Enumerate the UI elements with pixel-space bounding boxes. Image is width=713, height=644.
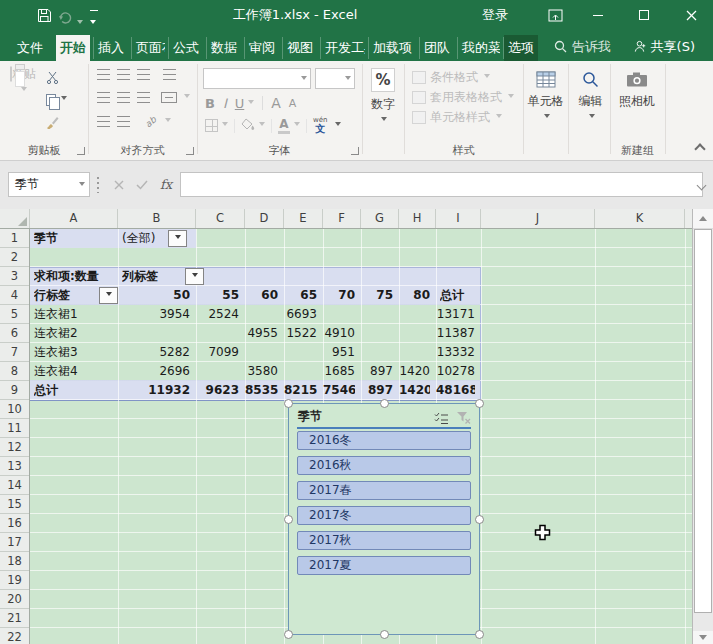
row-header-21[interactable]: 21 (0, 609, 29, 628)
formula-bar-resizer[interactable] (97, 177, 99, 193)
column-header-C[interactable]: C (196, 209, 245, 228)
share-button[interactable]: 共享(S) (627, 33, 701, 61)
column-header-A[interactable]: A (30, 209, 118, 228)
scrollbar-thumb[interactable] (694, 229, 712, 613)
row-header-3[interactable]: 3 (0, 267, 29, 286)
row-header-1[interactable]: 1 (0, 229, 29, 248)
pivot-value[interactable]: 1420 (399, 362, 430, 381)
pivot-value[interactable]: 4910 (323, 324, 355, 343)
sheet-grid[interactable]: 12345678910111213141516171819202122 季节 2… (0, 229, 692, 644)
ribbon-tab-3[interactable]: 插入 (94, 35, 128, 61)
pivot-grand-value[interactable]: 1420 (399, 381, 430, 400)
pivot-grand-total[interactable]: 48168 (436, 381, 475, 400)
row-header-14[interactable]: 14 (0, 476, 29, 495)
insert-function-button[interactable]: fx (154, 172, 178, 197)
slicer-item-4[interactable]: 2017冬 (297, 506, 471, 525)
pivot-row-labels-dropdown[interactable] (99, 287, 118, 304)
pivot-value[interactable]: 897 (361, 362, 393, 381)
row-header-11[interactable]: 11 (0, 419, 29, 438)
ribbon-tab-6[interactable]: 数据 (207, 35, 241, 61)
pivot-row-total[interactable]: 13171 (436, 305, 475, 324)
pivot-grand-value[interactable]: 7546 (323, 381, 355, 400)
name-box[interactable]: 季节 (8, 172, 90, 197)
ribbon-tab-11[interactable]: 团队 (420, 35, 454, 61)
pivot-value[interactable]: 1685 (323, 362, 355, 381)
row-header-22[interactable]: 22 (0, 628, 29, 644)
pivot-row-label[interactable]: 连衣裙4 (34, 362, 118, 381)
resize-handle[interactable] (475, 399, 484, 408)
collapse-ribbon-icon[interactable] (694, 143, 705, 154)
row-header-5[interactable]: 5 (0, 305, 29, 324)
ribbon-tab-8[interactable]: 视图 (283, 35, 317, 61)
pivot-row-total[interactable]: 13332 (436, 343, 475, 362)
resize-handle[interactable] (380, 399, 389, 408)
pivot-row-total[interactable]: 10278 (436, 362, 475, 381)
ribbon-tab-2[interactable]: 开始 (56, 35, 90, 61)
column-header-D[interactable]: D (245, 209, 284, 228)
pivot-row-label[interactable]: 连衣裙3 (34, 343, 118, 362)
ribbon-tab-7[interactable]: 审阅 (245, 35, 279, 61)
pivot-total-col-label[interactable]: 总计 (440, 286, 481, 305)
font-size-combo[interactable] (315, 68, 355, 89)
alignment-dialog-launcher-icon[interactable] (186, 147, 194, 155)
ribbon-tab-10[interactable]: 加载项 (369, 35, 416, 61)
resize-handle[interactable] (475, 630, 484, 639)
row-header-17[interactable]: 17 (0, 533, 29, 552)
resize-handle[interactable] (284, 515, 293, 524)
row-header-10[interactable]: 10 (0, 400, 29, 419)
copy-button[interactable] (46, 91, 67, 108)
row-header-4[interactable]: 4 (0, 286, 29, 305)
cut-button[interactable] (46, 69, 59, 86)
pivot-col-key[interactable]: 65 (284, 286, 317, 305)
column-header-J[interactable]: J (481, 209, 595, 228)
column-header-B[interactable]: B (118, 209, 196, 228)
multi-select-icon[interactable] (434, 409, 449, 428)
row-header-8[interactable]: 8 (0, 362, 29, 381)
pivot-row-total[interactable]: 11387 (436, 324, 475, 343)
slicer-season[interactable]: 季节 2016冬2016秋2017春2017冬2017秋2017夏 (288, 403, 480, 635)
clipboard-dialog-launcher-icon[interactable] (77, 147, 85, 155)
editing-button[interactable]: 编辑 (571, 68, 610, 124)
pivot-col-labels-dropdown[interactable] (185, 268, 204, 285)
row-header-12[interactable]: 12 (0, 438, 29, 457)
sign-in-button[interactable]: 登录 (482, 0, 508, 30)
pivot-value[interactable]: 7099 (196, 343, 239, 362)
font-name-combo[interactable] (203, 68, 311, 89)
pivot-col-key[interactable]: 75 (361, 286, 393, 305)
row-header-6[interactable]: 6 (0, 324, 29, 343)
resize-handle[interactable] (475, 515, 484, 524)
pivot-value[interactable]: 3954 (118, 305, 190, 324)
slicer-item-6[interactable]: 2017夏 (297, 556, 471, 575)
pivot-grand-value[interactable]: 8535 (245, 381, 278, 400)
column-header-H[interactable]: H (399, 209, 436, 228)
pivot-grand-value[interactable]: 9623 (196, 381, 239, 400)
number-format-button[interactable]: % 数字 (367, 68, 399, 127)
maximize-button[interactable] (629, 0, 659, 30)
formula-input[interactable] (180, 172, 703, 197)
ribbon-tab-4[interactable]: 页面布局 (132, 35, 165, 61)
ribbon-tab-1[interactable]: 文件 (8, 35, 52, 61)
minimize-button[interactable] (583, 0, 613, 30)
ribbon-tab-12[interactable]: 我的菜单 (458, 35, 500, 61)
phonetic-guide-icon[interactable]: wén文 (313, 117, 327, 134)
cells-button[interactable]: 单元格 (526, 68, 565, 124)
row-header-9[interactable]: 9 (0, 381, 29, 400)
pivot-value[interactable]: 4955 (245, 324, 278, 343)
row-header-18[interactable]: 18 (0, 552, 29, 571)
pivot-grand-value[interactable]: 11932 (118, 381, 190, 400)
slicer-item-5[interactable]: 2017秋 (297, 531, 471, 550)
ribbon-tab-9[interactable]: 开发工具 (321, 35, 365, 61)
pivot-value[interactable]: 6693 (284, 305, 317, 324)
pivot-measure-label[interactable]: 求和项:数量 (34, 267, 118, 286)
resize-handle[interactable] (284, 630, 293, 639)
column-header-E[interactable]: E (284, 209, 323, 228)
row-header-20[interactable]: 20 (0, 590, 29, 609)
pivot-value[interactable]: 1522 (284, 324, 317, 343)
row-header-13[interactable]: 13 (0, 457, 29, 476)
resize-handle[interactable] (380, 630, 389, 639)
pivot-value[interactable]: 2696 (118, 362, 190, 381)
font-dialog-launcher-icon[interactable] (351, 147, 359, 155)
select-all-button[interactable] (0, 209, 30, 228)
slicer-item-3[interactable]: 2017春 (297, 481, 471, 500)
row-header-16[interactable]: 16 (0, 514, 29, 533)
